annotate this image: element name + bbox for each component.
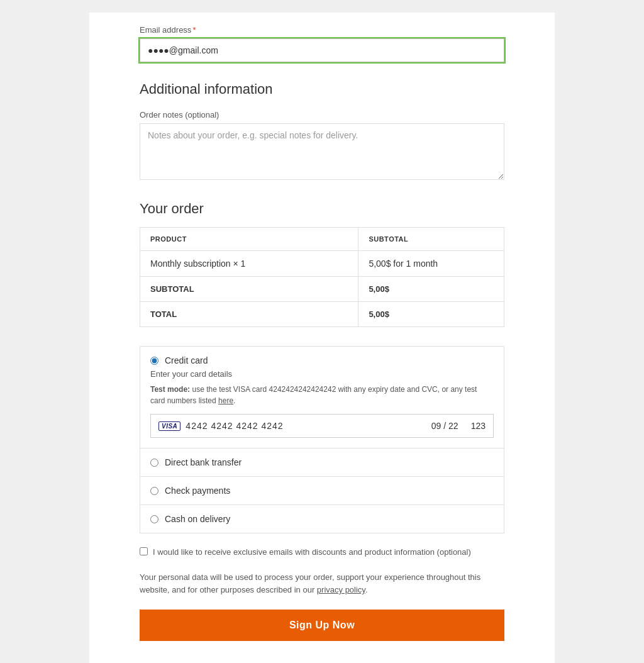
privacy-notice-text-after: .: [365, 585, 368, 594]
test-mode-period: .: [233, 396, 235, 405]
card-expiry-display: 09 / 22: [431, 421, 458, 431]
visa-logo: VISA: [158, 421, 180, 431]
card-number-display: 4242 4242 4242 4242: [186, 421, 426, 431]
credit-card-label[interactable]: Credit card: [165, 355, 208, 365]
email-consent-checkbox[interactable]: [140, 547, 148, 555]
email-input[interactable]: [140, 38, 504, 62]
subtotal-row: SUBTOTAL 5,00$: [140, 277, 504, 302]
privacy-notice: Your personal data will be used to proce…: [140, 571, 504, 598]
check-payments-label[interactable]: Check payments: [165, 486, 230, 496]
order-notes-textarea[interactable]: [140, 123, 504, 180]
additional-info-title: Additional information: [140, 81, 504, 98]
cash-on-delivery-label[interactable]: Cash on delivery: [165, 514, 230, 524]
product-column-header: PRODUCT: [140, 228, 358, 251]
credit-card-radio[interactable]: [150, 357, 158, 365]
total-row: TOTAL 5,00$: [140, 302, 504, 327]
cash-on-delivery-option[interactable]: Cash on delivery: [140, 505, 504, 533]
credit-card-option: Credit card Enter your card details Test…: [140, 347, 504, 448]
email-section: Email address*: [140, 25, 504, 62]
total-label: TOTAL: [140, 302, 358, 327]
email-consent-section: I would like to receive exclusive emails…: [140, 546, 504, 559]
test-mode-notice: Test mode: use the test VISA card 424242…: [150, 384, 494, 406]
required-indicator: *: [192, 25, 196, 35]
test-card-link[interactable]: here: [218, 396, 233, 405]
check-payments-radio[interactable]: [150, 487, 158, 495]
your-order-title: Your order: [140, 201, 504, 217]
privacy-policy-link[interactable]: privacy policy: [317, 585, 365, 594]
payment-section: Credit card Enter your card details Test…: [140, 346, 504, 533]
bank-transfer-option[interactable]: Direct bank transfer: [140, 448, 504, 477]
email-label: Email address*: [140, 25, 504, 35]
cash-on-delivery-radio[interactable]: [150, 515, 158, 523]
subtotal-label: SUBTOTAL: [140, 277, 358, 302]
credit-card-header: Credit card: [150, 347, 494, 369]
subtotal-value: 5,00$: [358, 277, 504, 302]
enter-card-details-text: Enter your card details: [150, 369, 494, 379]
product-subtotal: 5,00$ for 1 month: [358, 251, 504, 277]
signup-button[interactable]: Sign Up Now: [140, 610, 504, 641]
bank-transfer-label[interactable]: Direct bank transfer: [165, 457, 242, 467]
card-input-row: VISA 4242 4242 4242 4242 09 / 22 123: [150, 414, 494, 438]
your-order-section: Your order PRODUCT SUBTOTAL Monthly subs…: [140, 201, 504, 327]
bank-transfer-radio[interactable]: [150, 459, 158, 467]
order-notes-label: Order notes (optional): [140, 110, 504, 120]
test-mode-label: Test mode:: [150, 385, 190, 394]
total-value: 5,00$: [358, 302, 504, 327]
order-notes-section: Order notes (optional): [140, 110, 504, 182]
privacy-notice-text-before: Your personal data will be used to proce…: [140, 572, 480, 595]
check-payments-option[interactable]: Check payments: [140, 477, 504, 505]
table-row: Monthly subscription × 1 5,00$ for 1 mon…: [140, 251, 504, 277]
order-table: PRODUCT SUBTOTAL Monthly subscription × …: [140, 227, 504, 327]
email-consent-label[interactable]: I would like to receive exclusive emails…: [153, 546, 471, 559]
test-mode-description: use the test VISA card 4242424242424242 …: [150, 385, 477, 405]
subtotal-column-header: SUBTOTAL: [358, 228, 504, 251]
product-name: Monthly subscription × 1: [140, 251, 358, 277]
card-cvc-display: 123: [471, 421, 486, 431]
additional-info-section: Additional information Order notes (opti…: [140, 81, 504, 182]
